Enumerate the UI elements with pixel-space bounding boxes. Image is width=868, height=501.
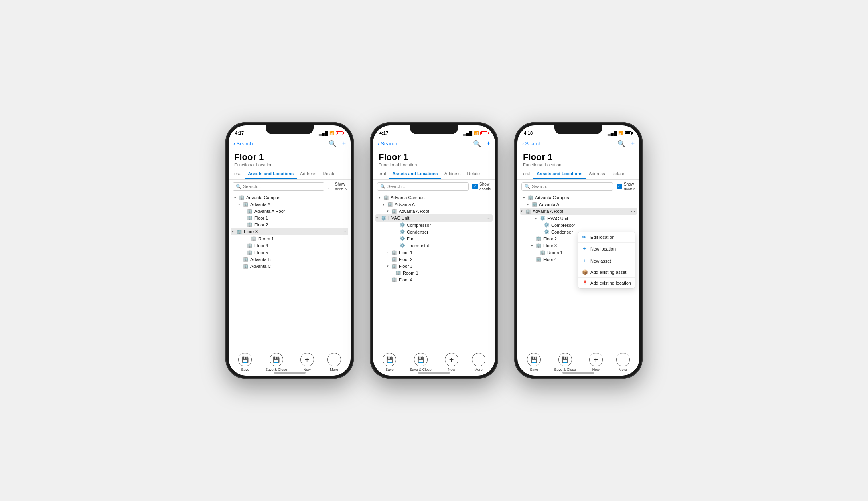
phone-inner-3: 4:18 ▂▄█ 📶 ‹ Searc	[517, 125, 639, 376]
add-existing-location-menu-item[interactable]: 📍 Add existing location	[578, 278, 635, 288]
tab-assets-1[interactable]: Assets and Locations	[245, 169, 297, 179]
new-button-1[interactable]: + New	[300, 353, 314, 372]
search-box-2[interactable]: 🔍	[377, 182, 469, 191]
list-item[interactable]: ▾ ⚙️ HVAC Unit ···	[375, 214, 493, 222]
save-close-label-3: Save & Close	[554, 368, 576, 372]
list-item[interactable]: 🏢 Room 1	[375, 269, 493, 276]
ellipsis-button-3[interactable]: ···	[630, 208, 636, 214]
tab-related-2[interactable]: Relate	[464, 169, 483, 179]
page-title-2: Floor 1	[379, 152, 489, 162]
list-item[interactable]: ⚙️ Compressor	[520, 222, 637, 228]
save-close-button-1[interactable]: 💾 Save & Close	[265, 353, 287, 372]
ellipsis-button-2[interactable]: ···	[485, 215, 492, 221]
add-nav-icon-3[interactable]: +	[631, 140, 635, 147]
show-assets-checkbox-2[interactable]	[472, 184, 478, 189]
list-item[interactable]: 🏢 Floor 1	[231, 214, 348, 221]
search-input-1[interactable]	[243, 184, 321, 189]
search-icon-3: 🔍	[525, 184, 530, 189]
add-nav-icon-2[interactable]: +	[487, 140, 490, 147]
list-item[interactable]: 🏢 Floor 5	[231, 249, 348, 256]
asset-icon: ⚙️	[400, 236, 405, 241]
phone-3: 4:18 ▂▄█ 📶 ‹ Searc	[514, 122, 643, 379]
tree-area-2: ▾ 🏢 Advanta Campus ▾ 🏢 Advanta A ▾	[373, 193, 495, 346]
search-row-1: 🔍 Showassets	[229, 180, 351, 193]
save-close-icon-1: 💾	[270, 353, 283, 366]
tab-general-3[interactable]: eral	[520, 169, 533, 179]
tab-address-2[interactable]: Address	[441, 169, 464, 179]
tab-related-3[interactable]: Relate	[608, 169, 627, 179]
list-item[interactable]: 🏢 Floor 4	[231, 242, 348, 249]
show-assets-2[interactable]: Showassets	[472, 182, 491, 191]
back-button-2[interactable]: ‹ Search	[378, 140, 397, 147]
location-icon: 🏢	[243, 202, 249, 207]
list-item[interactable]: ▾ 🏢 Advanta A	[231, 201, 348, 208]
search-nav-icon-2[interactable]: 🔍	[473, 140, 481, 147]
tab-assets-3[interactable]: Assets and Locations	[533, 169, 586, 179]
save-button-1[interactable]: 💾 Save	[238, 353, 252, 372]
list-item[interactable]: 🏢 Advanta B	[231, 256, 348, 263]
save-button-2[interactable]: 💾 Save	[383, 353, 396, 372]
list-item[interactable]: ⚙️ Fan	[375, 235, 493, 242]
add-nav-icon-1[interactable]: +	[342, 140, 346, 147]
location-icon: 🏢	[525, 209, 531, 214]
list-item[interactable]: ▾ 🏢 Advanta A	[520, 201, 637, 208]
list-item[interactable]: ⚙️ Condenser	[375, 228, 493, 235]
ellipsis-button[interactable]: ···	[341, 229, 347, 234]
tab-address-3[interactable]: Address	[586, 169, 608, 179]
list-item[interactable]: ▾ 🏢 Advanta Campus	[231, 194, 348, 201]
list-item[interactable]: › 🏢 Floor 1	[375, 249, 493, 256]
search-nav-icon-1[interactable]: 🔍	[329, 140, 337, 147]
back-label-2: Search	[381, 141, 397, 147]
search-input-3[interactable]	[532, 184, 610, 189]
more-button-3[interactable]: ··· More	[616, 353, 630, 372]
add-existing-asset-menu-item[interactable]: 📦 Add existing asset	[578, 267, 635, 278]
list-item[interactable]: 🏢 Floor 2	[375, 256, 493, 263]
back-button-3[interactable]: ‹ Search	[522, 140, 542, 147]
tab-assets-2[interactable]: Assets and Locations	[389, 169, 441, 179]
save-close-button-2[interactable]: 💾 Save & Close	[410, 353, 432, 372]
list-item[interactable]: ▾ 🏢 Advanta Campus	[375, 194, 493, 201]
chevron-icon: ▾	[383, 202, 387, 206]
show-assets-3[interactable]: Showassets	[617, 182, 635, 191]
search-input-2[interactable]	[387, 184, 466, 189]
list-item[interactable]: 🏢 Room 1	[231, 235, 348, 242]
signal-icon-2: ▂▄█	[463, 131, 472, 135]
new-button-2[interactable]: + New	[445, 353, 458, 372]
more-button-1[interactable]: ··· More	[327, 353, 341, 372]
tab-general-2[interactable]: eral	[375, 169, 389, 179]
more-button-2[interactable]: ··· More	[472, 353, 485, 372]
save-button-3[interactable]: 💾 Save	[527, 353, 541, 372]
list-item[interactable]: ▾ ⚙️ HVAC Unit	[520, 215, 637, 222]
edit-location-menu-item[interactable]: ✏ Edit location	[578, 232, 635, 243]
new-location-icon: ＋	[582, 245, 588, 252]
list-item[interactable]: ▾ 🏢 Floor 3 ···	[231, 228, 348, 235]
item-label: Floor 4	[254, 243, 268, 248]
list-item[interactable]: ⚙️ Thermostat	[375, 242, 493, 249]
list-item[interactable]: 🏢 Advanta A Roof	[231, 208, 348, 214]
back-button-1[interactable]: ‹ Search	[233, 140, 253, 147]
search-box-3[interactable]: 🔍	[521, 182, 613, 191]
show-assets-1[interactable]: Showassets	[328, 182, 347, 191]
save-close-button-3[interactable]: 💾 Save & Close	[554, 353, 576, 372]
show-assets-checkbox-1[interactable]	[328, 184, 333, 189]
new-asset-menu-item[interactable]: ＋ New asset	[578, 255, 635, 267]
item-label: Room 1	[258, 236, 274, 241]
show-assets-checkbox-3[interactable]	[617, 184, 622, 189]
tab-related-1[interactable]: Relate	[319, 169, 339, 179]
new-button-3[interactable]: + New	[589, 353, 603, 372]
tab-address-1[interactable]: Address	[297, 169, 319, 179]
search-nav-icon-3[interactable]: 🔍	[617, 140, 625, 147]
list-item[interactable]: ▾ 🏢 Advanta A	[375, 201, 493, 208]
list-item[interactable]: 🏢 Floor 2	[231, 221, 348, 228]
new-location-menu-item[interactable]: ＋ New location	[578, 243, 635, 255]
search-box-1[interactable]: 🔍	[233, 182, 324, 191]
list-item[interactable]: 🏢 Floor 4	[375, 276, 493, 283]
list-item[interactable]: ⚙️ Compressor	[375, 222, 493, 228]
list-item[interactable]: ▾ 🏢 Advanta Campus	[520, 194, 637, 201]
page-title-3: Floor 1	[523, 152, 634, 162]
list-item[interactable]: ▾ 🏢 Advanta A Roof ···	[520, 208, 637, 215]
tab-general-1[interactable]: eral	[231, 169, 245, 179]
list-item[interactable]: ▾ 🏢 Advanta A Roof	[375, 208, 493, 214]
list-item[interactable]: 🏢 Advanta C	[231, 263, 348, 269]
list-item[interactable]: ▾ 🏢 Floor 3	[375, 263, 493, 269]
